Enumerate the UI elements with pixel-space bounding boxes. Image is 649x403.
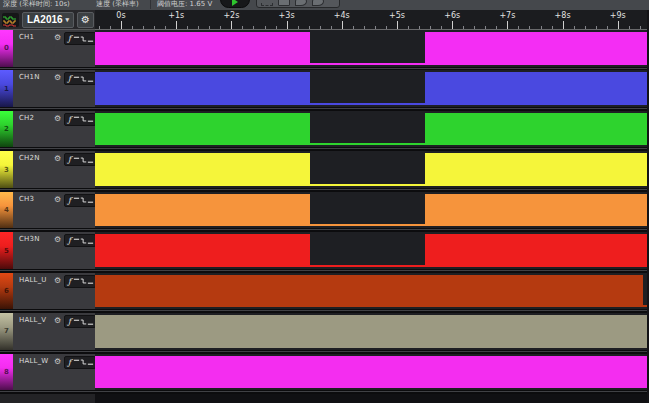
time-ruler[interactable]: 0s+1s+2s+3s+4s+5s+6s+7s+8s+9s (95, 10, 649, 30)
trigger-f-icon[interactable]: ƒ (66, 196, 73, 205)
falling-edge-icon[interactable] (80, 277, 87, 286)
channel-settings-gear-icon[interactable]: ⚙ (52, 153, 63, 164)
trace-row-HALL_V[interactable] (95, 313, 649, 350)
falling-edge-icon[interactable] (80, 317, 87, 326)
channel-color-strip[interactable]: 7 (0, 313, 13, 350)
channel-number: 5 (0, 247, 13, 255)
trigger-f-icon[interactable]: ƒ (66, 74, 73, 83)
ruler-minor-tick (529, 26, 530, 29)
trace-row-CH2[interactable] (95, 111, 649, 148)
channel-row-CH3: 4CH3⚙ƒ (0, 192, 95, 229)
high-level-icon[interactable] (73, 115, 80, 124)
high-level-icon[interactable] (73, 196, 80, 205)
ruler-major-tick (231, 21, 232, 29)
channel-color-strip[interactable]: 8 (0, 354, 13, 391)
trace-row-HALL_U[interactable] (95, 273, 649, 310)
selection-box-button[interactable] (261, 0, 273, 6)
high-level-icon[interactable] (73, 155, 80, 164)
trigger-f-icon[interactable]: ƒ (66, 155, 73, 164)
channel-settings-gear-icon[interactable]: ⚙ (52, 275, 63, 286)
low-level-icon[interactable] (87, 196, 94, 205)
channel-color-strip[interactable]: 2 (0, 111, 13, 148)
falling-edge-icon[interactable] (80, 34, 87, 43)
falling-edge-icon[interactable] (80, 236, 87, 245)
ruler-major-tick (397, 21, 398, 29)
low-level-icon[interactable] (87, 34, 94, 43)
channel-settings-gear-icon[interactable]: ⚙ (52, 32, 63, 43)
channel-row-CH2: 2CH2⚙ƒ (0, 111, 95, 148)
header-bar: LA2016 ▾ ⚙ 0s+1s+2s+3s+4s+5s+6s+7s+8s+9s (0, 10, 649, 30)
zoom-in-button[interactable] (295, 0, 307, 6)
falling-edge-icon[interactable] (80, 115, 87, 124)
channel-name-label: CH2 (19, 114, 34, 123)
trigger-f-icon[interactable]: ƒ (66, 236, 73, 245)
trigger-button-group: ƒ (64, 72, 96, 85)
trace-row-CH2N[interactable] (95, 151, 649, 188)
low-level-icon[interactable] (87, 317, 94, 326)
start-capture-button[interactable] (220, 0, 250, 8)
trace-row-CH3N[interactable] (95, 232, 649, 269)
channel-settings-gear-icon[interactable]: ⚙ (52, 194, 63, 205)
ruler-minor-tick (518, 26, 519, 29)
channel-settings-gear-icon[interactable]: ⚙ (52, 113, 63, 124)
ruler-minor-tick (596, 26, 597, 29)
trigger-f-icon[interactable]: ƒ (66, 358, 73, 367)
export-button[interactable] (278, 0, 290, 6)
trigger-f-icon[interactable]: ƒ (66, 34, 73, 43)
high-level-icon[interactable] (73, 358, 80, 367)
channel-color-strip[interactable]: 3 (0, 151, 13, 188)
trace-row-HALL_W[interactable] (95, 354, 649, 391)
ruler-minor-tick (187, 26, 188, 29)
high-level-icon[interactable] (73, 277, 80, 286)
device-panel: LA2016 ▾ ⚙ (0, 10, 95, 30)
channel-settings-gear-icon[interactable]: ⚙ (52, 315, 63, 326)
ruler-minor-tick (154, 26, 155, 29)
device-selector[interactable]: LA2016 ▾ (22, 12, 74, 28)
logic-analyzer-window: 深度 (采样时间: 10s) 速度 (采样率) 阈值电压: 1.65 V LA2… (0, 0, 649, 403)
falling-edge-icon[interactable] (80, 358, 87, 367)
channel-row-CH2N: 3CH2N⚙ƒ (0, 151, 95, 188)
channel-settings-gear-icon[interactable]: ⚙ (52, 234, 63, 245)
high-level-icon[interactable] (73, 236, 80, 245)
trigger-f-icon[interactable]: ƒ (66, 277, 73, 286)
low-level-icon[interactable] (87, 236, 94, 245)
low-level-icon[interactable] (87, 115, 94, 124)
trigger-button-group: ƒ (64, 234, 96, 247)
trace-row-CH1N[interactable] (95, 70, 649, 107)
low-level-icon[interactable] (87, 155, 94, 164)
ruler-minor-tick (165, 26, 166, 29)
trace-high-segment (95, 113, 310, 146)
trace-row-CH1[interactable] (95, 30, 649, 67)
channel-color-strip[interactable]: 6 (0, 273, 13, 310)
channel-color-strip[interactable]: 0 (0, 30, 13, 67)
device-settings-button[interactable]: ⚙ (77, 12, 94, 28)
ruler-minor-tick (541, 26, 542, 29)
low-level-icon[interactable] (87, 74, 94, 83)
falling-edge-icon[interactable] (80, 196, 87, 205)
channel-color-strip[interactable]: 5 (0, 232, 13, 269)
high-level-icon[interactable] (73, 34, 80, 43)
channel-name-label: HALL_U (19, 276, 47, 285)
ruler-major-tick (563, 21, 564, 29)
high-level-icon[interactable] (73, 74, 80, 83)
channel-settings-gear-icon[interactable]: ⚙ (52, 356, 63, 367)
ruler-minor-tick (309, 26, 310, 29)
ruler-minor-tick (265, 26, 266, 29)
trace-high-segment (95, 153, 310, 186)
trace-high-segment (95, 234, 310, 267)
falling-edge-icon[interactable] (80, 74, 87, 83)
trigger-f-icon[interactable]: ƒ (66, 115, 73, 124)
threshold-voltage-label: 阈值电压: 1.65 V (150, 0, 212, 9)
low-level-icon[interactable] (87, 277, 94, 286)
channel-name-label: CH2N (19, 154, 40, 163)
trace-high-segment (425, 32, 649, 65)
channel-color-strip[interactable]: 4 (0, 192, 13, 229)
trace-row-CH3[interactable] (95, 192, 649, 229)
zoom-out-button[interactable] (312, 0, 324, 6)
channel-settings-gear-icon[interactable]: ⚙ (52, 72, 63, 83)
trigger-f-icon[interactable]: ƒ (66, 317, 73, 326)
falling-edge-icon[interactable] (80, 155, 87, 164)
channel-color-strip[interactable]: 1 (0, 70, 13, 107)
high-level-icon[interactable] (73, 317, 80, 326)
low-level-icon[interactable] (87, 358, 94, 367)
